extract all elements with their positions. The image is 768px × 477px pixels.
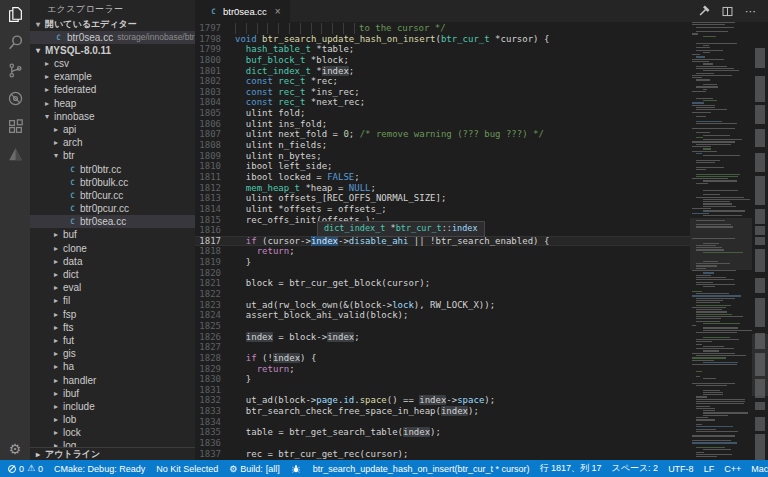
tree-item-buf[interactable]: ▸buf: [30, 228, 195, 241]
code-line-1830[interactable]: 1830 }: [195, 374, 690, 385]
code-line-1835[interactable]: 1835 table = btr_get_search_table(index)…: [195, 427, 690, 438]
code-line-1813[interactable]: 1813 ulint offsets_[REC_OFFS_NORMAL_SIZE…: [195, 193, 690, 204]
tree-item-clone[interactable]: ▸clone: [30, 242, 195, 255]
debug-icon[interactable]: [0, 84, 30, 112]
source-control-icon[interactable]: [0, 56, 30, 84]
code-line-1800[interactable]: 1800 buf_block_t *block;: [195, 55, 690, 66]
tree-item-include[interactable]: ▸include: [30, 400, 195, 413]
build-button[interactable]: ⚙ Build: [all]: [229, 464, 280, 474]
tree-item-data[interactable]: ▸data: [30, 255, 195, 268]
explorer-icon[interactable]: [0, 0, 30, 28]
code-editor[interactable]: 1797to the cursor */1798void btr_search_…: [195, 22, 768, 460]
hammer-icon[interactable]: [697, 5, 710, 18]
code-line-1834[interactable]: 1834: [195, 417, 690, 428]
code-line-1804[interactable]: 1804 const rec_t *next_rec;: [195, 97, 690, 108]
code-line-1823[interactable]: 1823 ut_ad(rw_lock_own(&(block->lock), R…: [195, 300, 690, 311]
eol-indicator[interactable]: LF: [704, 464, 715, 474]
code-line-1828[interactable]: 1828 if (!index) {: [195, 353, 690, 364]
tree-item-innobase[interactable]: ▾innobase: [30, 110, 195, 123]
code-line-1806[interactable]: 1806 ulint ins_fold;: [195, 119, 690, 130]
code-line-1808[interactable]: 1808 ulint n_fields;: [195, 140, 690, 151]
tree-item-dict[interactable]: ▸dict: [30, 268, 195, 281]
tree-item-arch[interactable]: ▸arch: [30, 136, 195, 149]
debug-target-button[interactable]: [291, 464, 301, 474]
tree-item-lock[interactable]: ▸lock: [30, 426, 195, 439]
cmake-status[interactable]: CMake: Debug: Ready: [54, 464, 145, 474]
code-line-1833[interactable]: 1833 btr_search_check_free_space_in_heap…: [195, 406, 690, 417]
tree-item-ha[interactable]: ▸ha: [30, 360, 195, 373]
scrollbar-slider[interactable]: [752, 334, 768, 396]
code-line-1824[interactable]: 1824 assert_block_ahi_valid(block);: [195, 310, 690, 321]
code-line-1801[interactable]: 1801 dict_index_t *index;: [195, 66, 690, 77]
kit-selector[interactable]: No Kit Selected: [156, 464, 218, 474]
tree-item-handler[interactable]: ▸handler: [30, 374, 195, 387]
tree-item-ibuf[interactable]: ▸ibuf: [30, 387, 195, 400]
tree-item-csv[interactable]: ▸csv: [30, 57, 195, 70]
tree-item-example[interactable]: ▸example: [30, 70, 195, 83]
language-indicator[interactable]: C++: [724, 464, 741, 474]
tree-item-btr0pcur.cc[interactable]: Cbtr0pcur.cc: [30, 202, 195, 215]
indentation-indicator[interactable]: スペース: 2: [611, 462, 658, 475]
code-line-1802[interactable]: 1802 const rec_t *rec;: [195, 76, 690, 87]
tree-item-btr0bulk.cc[interactable]: Cbtr0bulk.cc: [30, 176, 195, 189]
code-line-1822[interactable]: 1822: [195, 289, 690, 300]
code-line-1820[interactable]: 1820: [195, 268, 690, 279]
symbol-indicator[interactable]: btr_search_update_hash_on_insert(btr_cur…: [313, 464, 530, 474]
tree-item-fut[interactable]: ▸fut: [30, 334, 195, 347]
code-line-1799[interactable]: 1799 hash_table_t *table;: [195, 44, 690, 55]
tree-item-btr[interactable]: ▾btr: [30, 149, 195, 162]
tree-item-federated[interactable]: ▸federated: [30, 83, 195, 96]
code-line-1814[interactable]: 1814 ulint *offsets = offsets_;: [195, 204, 690, 215]
code-line-1809[interactable]: 1809 ulint n_bytes;: [195, 151, 690, 162]
code-line-1837[interactable]: 1837 rec = btr_cur_get_rec(cursor);: [195, 449, 690, 460]
workspace-root[interactable]: ▾ MYSQL-8.0.11: [30, 44, 195, 57]
open-editor-item[interactable]: C btr0sea.cc storage/innobase/btr: [30, 31, 195, 44]
tree-item-api[interactable]: ▸api: [30, 123, 195, 136]
code-line-1812[interactable]: 1812 mem_heap_t *heap = NULL;: [195, 183, 690, 194]
code-line-1826[interactable]: 1826 index = block->index;: [195, 332, 690, 343]
tree-item-gis[interactable]: ▸gis: [30, 347, 195, 360]
platform-indicator[interactable]: Mac: [751, 464, 768, 474]
code-line-1803[interactable]: 1803 const rec_t *ins_rec;: [195, 87, 690, 98]
search-icon[interactable]: [0, 28, 30, 56]
tab-btr0sea[interactable]: C btr0sea.cc ×: [195, 0, 290, 22]
minimap[interactable]: [690, 22, 752, 460]
tree-item-fsp[interactable]: ▸fsp: [30, 308, 195, 321]
outline-section-header[interactable]: ▸ アウトライン: [30, 447, 195, 460]
tree-item-eval[interactable]: ▸eval: [30, 281, 195, 294]
open-editors-header[interactable]: ▾ 開いているエディター: [30, 18, 195, 31]
code-line-1827[interactable]: 1827: [195, 342, 690, 353]
code-line-1819[interactable]: 1819 }: [195, 257, 690, 268]
tree-item-lob[interactable]: ▸lob: [30, 413, 195, 426]
cmake-icon[interactable]: [0, 140, 30, 168]
settings-gear-icon[interactable]: ⚙: [0, 440, 30, 458]
code-line-1807[interactable]: 1807 ulint next_fold = 0; /* remove warn…: [195, 129, 690, 140]
code-line-1810[interactable]: 1810 ibool left_side;: [195, 161, 690, 172]
code-line-1818[interactable]: 1818 return;: [195, 246, 690, 257]
code-line-1831[interactable]: 1831: [195, 385, 690, 396]
tree-item-heap[interactable]: ▸heap: [30, 97, 195, 110]
overview-ruler[interactable]: [752, 22, 768, 460]
code-line-1798[interactable]: 1798void btr_search_update_hash_on_inser…: [195, 34, 690, 45]
more-actions-icon[interactable]: ⋯: [745, 5, 756, 18]
code-line-1832[interactable]: 1832 ut_ad(block->page.id.space() == ind…: [195, 395, 690, 406]
tree-item-fil[interactable]: ▸fil: [30, 294, 195, 307]
encoding-indicator[interactable]: UTF-8: [668, 464, 694, 474]
code-line-1821[interactable]: 1821 block = btr_cur_get_block(cursor);: [195, 278, 690, 289]
code-line-1797[interactable]: 1797to the cursor */: [195, 23, 690, 34]
code-line-1805[interactable]: 1805 ulint fold;: [195, 108, 690, 119]
tree-item-btr0btr.cc[interactable]: Cbtr0btr.cc: [30, 163, 195, 176]
problems-indicator[interactable]: 0 ⚠ 0: [8, 464, 43, 474]
tree-item-btr0sea.cc[interactable]: Cbtr0sea.cc: [30, 215, 195, 228]
code-line-1811[interactable]: 1811 ibool locked = FALSE;: [195, 172, 690, 183]
tree-item-fts[interactable]: ▸fts: [30, 321, 195, 334]
extensions-icon[interactable]: [0, 112, 30, 140]
split-editor-icon[interactable]: [721, 5, 734, 18]
code-line-1836[interactable]: 1836: [195, 438, 690, 449]
code-line-1817[interactable]: 1817 if (cursor->index->disable_ahi || !…: [195, 236, 690, 247]
tree-item-btr0cur.cc[interactable]: Cbtr0cur.cc: [30, 189, 195, 202]
code-line-1829[interactable]: 1829 return;: [195, 364, 690, 375]
cursor-position[interactable]: 行 1817、列 17: [539, 462, 601, 475]
close-icon[interactable]: ×: [275, 6, 281, 17]
code-line-1825[interactable]: 1825: [195, 321, 690, 332]
